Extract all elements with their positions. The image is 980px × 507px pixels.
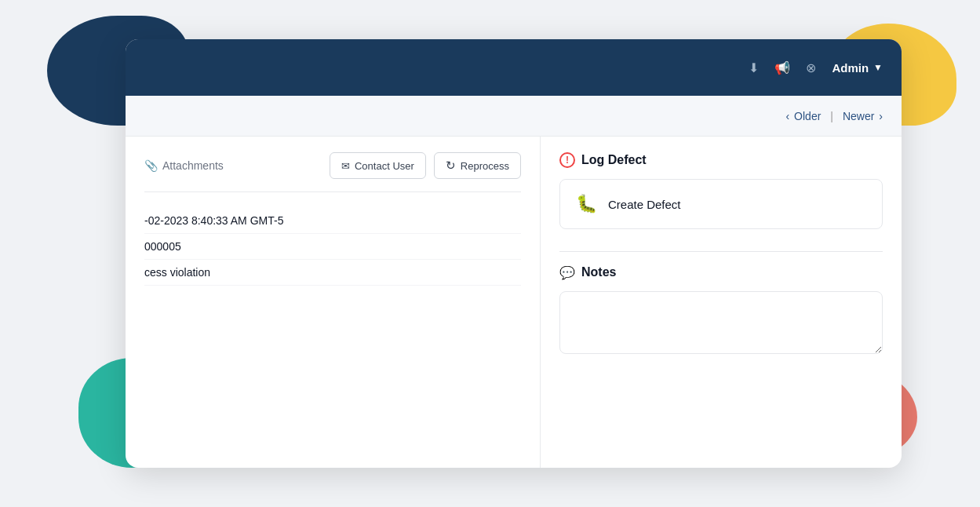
notes-header: 💬 Notes — [559, 264, 883, 280]
older-link[interactable]: ‹ Older — [786, 110, 822, 122]
admin-menu-button[interactable]: Admin ▼ — [832, 61, 883, 75]
attachments-row: Attachments Contact User Reprocess — [144, 152, 521, 192]
notes-icon: 💬 — [559, 264, 575, 280]
notes-textarea[interactable] — [559, 291, 883, 354]
left-panel: Attachments Contact User Reprocess -02-2… — [126, 137, 541, 468]
download-icon[interactable] — [749, 60, 759, 76]
create-defect-label: Create Defect — [608, 198, 681, 211]
main-card: Admin ▼ ‹ Older | Newer › Attachments — [126, 39, 902, 468]
navigation-row: ‹ Older | Newer › — [126, 96, 902, 137]
notes-title: Notes — [581, 265, 616, 279]
contact-user-button[interactable]: Contact User — [330, 152, 426, 179]
content-area: Attachments Contact User Reprocess -02-2… — [126, 137, 902, 468]
violation-value: cess violation — [144, 266, 210, 279]
log-defect-section: ! Log Defect 🐛 Create Defect — [559, 152, 883, 229]
paperclip-icon — [144, 159, 158, 172]
header-bar: Admin ▼ — [126, 39, 902, 96]
admin-label: Admin — [832, 61, 869, 75]
attachments-label: Attachments — [144, 159, 224, 172]
mail-icon — [341, 160, 350, 172]
section-divider — [559, 251, 883, 252]
attachments-text: Attachments — [162, 159, 224, 172]
refresh-icon — [446, 159, 456, 173]
id-value: 000005 — [144, 240, 181, 253]
attachments-actions: Contact User Reprocess — [330, 152, 521, 179]
notes-section: 💬 Notes — [559, 264, 883, 357]
help-icon[interactable] — [806, 60, 816, 76]
bug-icon: 🐛 — [576, 194, 597, 214]
error-icon: ! — [559, 152, 575, 168]
megaphone-icon[interactable] — [774, 60, 790, 76]
date-value: -02-2023 8:40:33 AM GMT-5 — [144, 214, 283, 227]
table-row: 000005 — [144, 234, 521, 260]
log-defect-title: Log Defect — [581, 153, 647, 167]
reprocess-button[interactable]: Reprocess — [434, 152, 521, 179]
table-row: cess violation — [144, 260, 521, 286]
admin-chevron-down-icon: ▼ — [873, 62, 883, 73]
log-defect-header: ! Log Defect — [559, 152, 883, 168]
right-panel: ! Log Defect 🐛 Create Defect 💬 Notes — [541, 137, 902, 468]
chevron-right-icon: › — [879, 110, 883, 122]
pagination-nav: ‹ Older | Newer › — [786, 110, 883, 122]
table-row: -02-2023 8:40:33 AM GMT-5 — [144, 208, 521, 234]
data-rows: -02-2023 8:40:33 AM GMT-5 000005 cess vi… — [144, 208, 521, 286]
create-defect-button[interactable]: 🐛 Create Defect — [559, 179, 883, 229]
newer-link[interactable]: Newer › — [843, 110, 883, 122]
nav-separator: | — [830, 110, 833, 122]
chevron-left-icon: ‹ — [786, 110, 790, 122]
